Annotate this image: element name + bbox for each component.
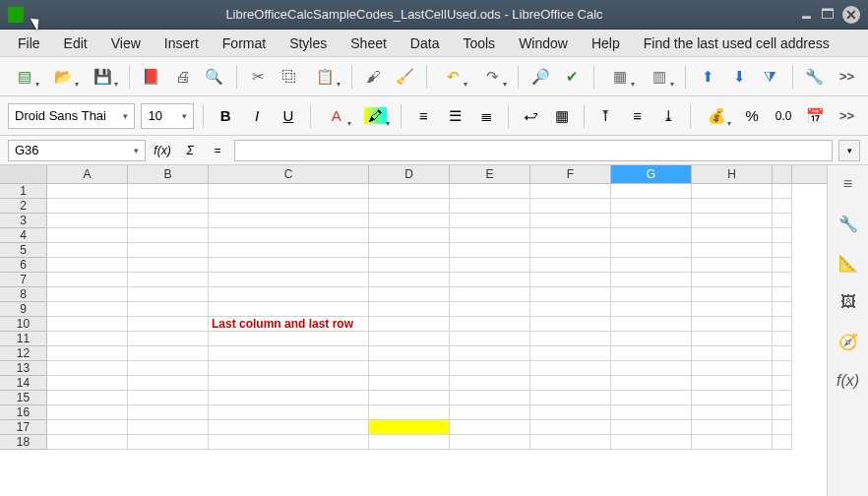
row-header[interactable]: 16 (0, 405, 47, 420)
cell[interactable] (128, 214, 209, 228)
column-header-b[interactable]: B (128, 165, 209, 183)
date-button[interactable]: 📅 (802, 103, 828, 129)
cell[interactable] (369, 199, 450, 214)
cell[interactable] (611, 346, 692, 361)
cell[interactable] (611, 199, 692, 214)
cell[interactable] (47, 405, 128, 420)
cell[interactable] (773, 258, 792, 273)
cell[interactable] (530, 214, 611, 228)
cell[interactable] (530, 228, 611, 243)
cell[interactable] (692, 199, 773, 214)
export-pdf-button[interactable]: 📕 (139, 64, 164, 90)
cell[interactable] (369, 391, 450, 405)
cell[interactable] (530, 287, 611, 302)
cell[interactable] (692, 361, 773, 376)
column-header-h[interactable]: H (692, 165, 773, 183)
cell[interactable] (611, 420, 692, 435)
spellcheck-button[interactable]: ✔ (559, 64, 585, 90)
functions-icon[interactable]: f(x) (836, 368, 861, 394)
cell[interactable] (209, 199, 369, 214)
column-header-c[interactable]: C (209, 165, 369, 183)
cell[interactable] (530, 184, 611, 199)
sum-button[interactable]: Σ (179, 144, 201, 157)
cell[interactable] (369, 346, 450, 361)
new-document-button[interactable]: ▤ (8, 64, 41, 90)
percent-button[interactable]: % (739, 103, 765, 129)
cell[interactable] (128, 243, 209, 258)
navigator-icon[interactable]: 🧭 (836, 329, 861, 354)
cell[interactable] (450, 302, 530, 317)
menu-tools[interactable]: Tools (453, 31, 505, 55)
cell[interactable] (530, 420, 611, 435)
cell[interactable] (369, 273, 450, 287)
cell[interactable] (611, 332, 692, 346)
cell[interactable] (530, 405, 611, 420)
cut-button[interactable]: ✂ (246, 64, 272, 90)
formula-input[interactable] (234, 140, 833, 161)
highlight-color-button[interactable]: 🖍 (359, 103, 393, 129)
cell[interactable] (47, 332, 128, 346)
cell[interactable] (450, 214, 530, 228)
cell[interactable] (209, 332, 369, 346)
cell[interactable] (47, 228, 128, 243)
row-header[interactable]: 14 (0, 376, 47, 391)
formatting-overflow[interactable]: >> (834, 108, 860, 123)
cell[interactable] (209, 420, 369, 435)
cell[interactable] (530, 346, 611, 361)
underline-button[interactable]: U (276, 103, 301, 129)
cell[interactable] (611, 361, 692, 376)
redo-button[interactable]: ↷ (475, 64, 509, 90)
row-button[interactable]: ▦ (603, 64, 637, 90)
cell[interactable] (450, 199, 530, 214)
cell[interactable] (692, 346, 773, 361)
column-header-e[interactable]: E (450, 165, 530, 183)
cell[interactable] (450, 287, 530, 302)
cell[interactable] (47, 243, 128, 258)
currency-button[interactable]: 💰 (700, 103, 733, 129)
cell[interactable] (692, 243, 773, 258)
cell[interactable] (773, 435, 792, 450)
close-button[interactable]: ✕ (842, 6, 860, 24)
cell[interactable] (773, 243, 792, 258)
cell[interactable] (530, 243, 611, 258)
font-color-button[interactable]: A (320, 103, 353, 129)
cell[interactable] (611, 376, 692, 391)
cell[interactable] (692, 228, 773, 243)
cell[interactable] (773, 214, 792, 228)
font-name-combo[interactable]: Droid Sans Thai ▾ (8, 103, 135, 129)
row-header[interactable]: 4 (0, 228, 47, 243)
print-preview-button[interactable]: 🔍 (202, 64, 227, 90)
column-header-f[interactable]: F (530, 165, 611, 183)
cell[interactable] (369, 376, 450, 391)
cell[interactable] (47, 435, 128, 450)
cell[interactable] (369, 287, 450, 302)
cell[interactable] (611, 243, 692, 258)
align-right-button[interactable]: ≣ (473, 103, 499, 129)
row-header[interactable]: 11 (0, 332, 47, 346)
cell[interactable] (450, 376, 530, 391)
cell[interactable] (209, 405, 369, 420)
cell[interactable] (47, 287, 128, 302)
cell[interactable] (450, 420, 530, 435)
row-header[interactable]: 13 (0, 361, 47, 376)
function-wizard-button[interactable]: f(x) (152, 144, 173, 157)
cell[interactable] (209, 361, 369, 376)
cell[interactable] (692, 273, 773, 287)
cell[interactable] (369, 258, 450, 273)
cell[interactable] (369, 361, 450, 376)
cell[interactable] (128, 346, 209, 361)
cell[interactable] (47, 346, 128, 361)
cell[interactable] (611, 405, 692, 420)
cell[interactable] (773, 405, 792, 420)
cell[interactable] (209, 435, 369, 450)
cell[interactable] (369, 435, 450, 450)
row-header[interactable]: 15 (0, 391, 47, 405)
cell[interactable] (369, 214, 450, 228)
row-header[interactable]: 12 (0, 346, 47, 361)
cell[interactable] (369, 228, 450, 243)
cell[interactable]: Last column and last row (209, 317, 369, 332)
cell[interactable] (773, 199, 792, 214)
cell[interactable] (47, 302, 128, 317)
cell[interactable] (773, 302, 792, 317)
cell[interactable] (209, 273, 369, 287)
